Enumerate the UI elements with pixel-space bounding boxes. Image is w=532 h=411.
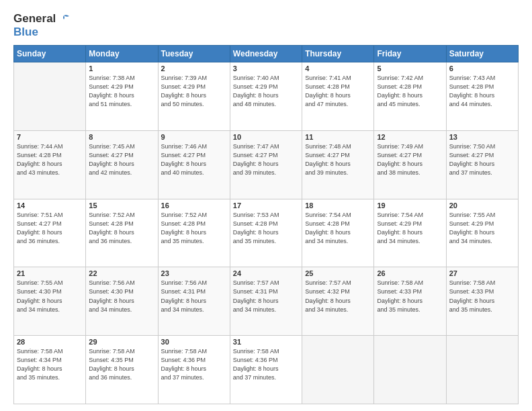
week-row-1: 7Sunrise: 7:44 AMSunset: 4:28 PMDaylight… (14, 130, 519, 199)
day-number: 21 (17, 269, 83, 277)
logo-line1: General (13, 12, 56, 26)
day-number: 15 (89, 201, 154, 210)
day-info: Sunrise: 7:55 AMSunset: 4:29 PMDaylight:… (449, 211, 515, 246)
calendar-cell: 21Sunrise: 7:55 AMSunset: 4:30 PMDayligh… (14, 267, 86, 336)
day-info: Sunrise: 7:45 AMSunset: 4:27 PMDaylight:… (89, 142, 154, 177)
day-info: Sunrise: 7:43 AMSunset: 4:28 PMDaylight:… (449, 74, 515, 109)
calendar-table: SundayMondayTuesdayWednesdayThursdayFrid… (13, 45, 519, 404)
logo-bird-icon (57, 14, 71, 24)
day-number: 3 (233, 64, 299, 73)
day-info: Sunrise: 7:58 AMSunset: 4:35 PMDaylight:… (89, 347, 154, 382)
calendar-cell: 14Sunrise: 7:51 AMSunset: 4:27 PMDayligh… (14, 199, 86, 267)
day-number: 25 (305, 269, 371, 277)
week-row-2: 14Sunrise: 7:51 AMSunset: 4:27 PMDayligh… (14, 199, 519, 267)
week-row-4: 28Sunrise: 7:58 AMSunset: 4:34 PMDayligh… (14, 336, 519, 404)
day-number: 17 (233, 201, 299, 210)
day-number: 7 (17, 133, 83, 141)
day-number: 18 (305, 201, 371, 210)
calendar-cell: 13Sunrise: 7:50 AMSunset: 4:27 PMDayligh… (446, 130, 518, 199)
calendar-cell (302, 336, 374, 404)
header: General Blue (13, 12, 519, 38)
day-info: Sunrise: 7:55 AMSunset: 4:30 PMDaylight:… (17, 279, 83, 314)
calendar-cell: 1Sunrise: 7:38 AMSunset: 4:29 PMDaylight… (86, 62, 158, 131)
day-info: Sunrise: 7:39 AMSunset: 4:29 PMDaylight:… (161, 74, 227, 109)
weekday-header-friday: Friday (374, 46, 446, 62)
calendar-cell: 30Sunrise: 7:58 AMSunset: 4:36 PMDayligh… (158, 336, 230, 404)
calendar-cell (374, 336, 446, 404)
day-number: 28 (17, 338, 83, 346)
calendar-cell: 3Sunrise: 7:40 AMSunset: 4:29 PMDaylight… (230, 62, 302, 131)
day-info: Sunrise: 7:46 AMSunset: 4:27 PMDaylight:… (161, 142, 227, 177)
day-info: Sunrise: 7:58 AMSunset: 4:34 PMDaylight:… (17, 347, 83, 382)
day-number: 31 (233, 338, 299, 346)
day-number: 30 (161, 338, 227, 346)
calendar-cell: 27Sunrise: 7:58 AMSunset: 4:33 PMDayligh… (446, 267, 518, 336)
day-info: Sunrise: 7:40 AMSunset: 4:29 PMDaylight:… (233, 74, 299, 109)
calendar-cell: 25Sunrise: 7:57 AMSunset: 4:32 PMDayligh… (302, 267, 374, 336)
day-info: Sunrise: 7:53 AMSunset: 4:28 PMDaylight:… (233, 211, 299, 246)
day-number: 14 (17, 201, 83, 210)
day-number: 10 (233, 133, 299, 141)
day-number: 29 (89, 338, 154, 346)
day-info: Sunrise: 7:49 AMSunset: 4:27 PMDaylight:… (377, 142, 443, 177)
calendar-cell: 26Sunrise: 7:58 AMSunset: 4:33 PMDayligh… (374, 267, 446, 336)
day-number: 5 (377, 64, 443, 73)
weekday-header-saturday: Saturday (446, 46, 518, 62)
week-row-0: 1Sunrise: 7:38 AMSunset: 4:29 PMDaylight… (14, 62, 519, 131)
day-number: 26 (377, 269, 443, 277)
calendar-cell: 7Sunrise: 7:44 AMSunset: 4:28 PMDaylight… (14, 130, 86, 199)
day-number: 1 (89, 64, 154, 73)
day-info: Sunrise: 7:57 AMSunset: 4:32 PMDaylight:… (305, 279, 371, 314)
day-info: Sunrise: 7:54 AMSunset: 4:29 PMDaylight:… (377, 211, 443, 246)
day-info: Sunrise: 7:48 AMSunset: 4:27 PMDaylight:… (305, 142, 371, 177)
day-info: Sunrise: 7:54 AMSunset: 4:28 PMDaylight:… (305, 211, 371, 246)
calendar-cell: 9Sunrise: 7:46 AMSunset: 4:27 PMDaylight… (158, 130, 230, 199)
day-info: Sunrise: 7:57 AMSunset: 4:31 PMDaylight:… (233, 279, 299, 314)
day-number: 24 (233, 269, 299, 277)
day-number: 19 (377, 201, 443, 210)
day-number: 27 (449, 269, 515, 277)
calendar-cell: 19Sunrise: 7:54 AMSunset: 4:29 PMDayligh… (374, 199, 446, 267)
logo-line2: Blue (13, 26, 71, 39)
weekday-header-wednesday: Wednesday (230, 46, 302, 62)
calendar-cell: 28Sunrise: 7:58 AMSunset: 4:34 PMDayligh… (14, 336, 86, 404)
day-number: 8 (89, 133, 154, 141)
day-number: 22 (89, 269, 154, 277)
calendar-cell: 10Sunrise: 7:47 AMSunset: 4:27 PMDayligh… (230, 130, 302, 199)
day-info: Sunrise: 7:58 AMSunset: 4:36 PMDaylight:… (161, 347, 227, 382)
calendar-cell: 31Sunrise: 7:58 AMSunset: 4:36 PMDayligh… (230, 336, 302, 404)
page: General Blue SundayMondayTuesdayWednesda… (0, 0, 532, 411)
calendar-cell: 15Sunrise: 7:52 AMSunset: 4:28 PMDayligh… (86, 199, 158, 267)
day-info: Sunrise: 7:38 AMSunset: 4:29 PMDaylight:… (89, 74, 154, 109)
day-number: 20 (449, 201, 515, 210)
day-info: Sunrise: 7:58 AMSunset: 4:36 PMDaylight:… (233, 347, 299, 382)
day-info: Sunrise: 7:51 AMSunset: 4:27 PMDaylight:… (17, 211, 83, 246)
week-row-3: 21Sunrise: 7:55 AMSunset: 4:30 PMDayligh… (14, 267, 519, 336)
day-info: Sunrise: 7:41 AMSunset: 4:28 PMDaylight:… (305, 74, 371, 109)
calendar-cell: 16Sunrise: 7:52 AMSunset: 4:28 PMDayligh… (158, 199, 230, 267)
day-info: Sunrise: 7:58 AMSunset: 4:33 PMDaylight:… (449, 279, 515, 314)
calendar-cell: 18Sunrise: 7:54 AMSunset: 4:28 PMDayligh… (302, 199, 374, 267)
calendar-cell: 23Sunrise: 7:56 AMSunset: 4:31 PMDayligh… (158, 267, 230, 336)
logo: General Blue (13, 12, 71, 38)
calendar-cell: 6Sunrise: 7:43 AMSunset: 4:28 PMDaylight… (446, 62, 518, 131)
day-info: Sunrise: 7:56 AMSunset: 4:31 PMDaylight:… (161, 279, 227, 314)
day-number: 2 (161, 64, 227, 73)
weekday-header-sunday: Sunday (14, 46, 86, 62)
calendar-cell: 8Sunrise: 7:45 AMSunset: 4:27 PMDaylight… (86, 130, 158, 199)
calendar-cell: 24Sunrise: 7:57 AMSunset: 4:31 PMDayligh… (230, 267, 302, 336)
day-info: Sunrise: 7:47 AMSunset: 4:27 PMDaylight:… (233, 142, 299, 177)
calendar-cell: 22Sunrise: 7:56 AMSunset: 4:30 PMDayligh… (86, 267, 158, 336)
day-info: Sunrise: 7:56 AMSunset: 4:30 PMDaylight:… (89, 279, 154, 314)
calendar-cell: 12Sunrise: 7:49 AMSunset: 4:27 PMDayligh… (374, 130, 446, 199)
weekday-header-tuesday: Tuesday (158, 46, 230, 62)
day-info: Sunrise: 7:50 AMSunset: 4:27 PMDaylight:… (449, 142, 515, 177)
day-number: 6 (449, 64, 515, 73)
weekday-header-row: SundayMondayTuesdayWednesdayThursdayFrid… (14, 46, 519, 62)
day-info: Sunrise: 7:42 AMSunset: 4:28 PMDaylight:… (377, 74, 443, 109)
day-number: 13 (449, 133, 515, 141)
day-number: 16 (161, 201, 227, 210)
day-info: Sunrise: 7:52 AMSunset: 4:28 PMDaylight:… (89, 211, 154, 246)
calendar-cell: 17Sunrise: 7:53 AMSunset: 4:28 PMDayligh… (230, 199, 302, 267)
calendar-cell: 11Sunrise: 7:48 AMSunset: 4:27 PMDayligh… (302, 130, 374, 199)
